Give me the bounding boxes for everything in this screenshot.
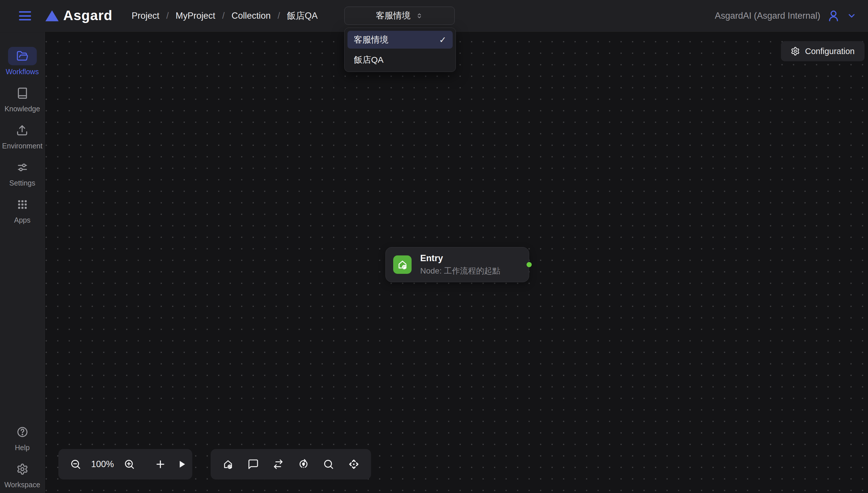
workflow-selector-value: 客服情境 xyxy=(376,10,410,22)
sidebar-item-knowledge[interactable]: Knowledge xyxy=(5,84,40,113)
sidebar-item-label: Workflows xyxy=(6,68,39,76)
upload-icon xyxy=(16,124,28,136)
breadcrumb-collection[interactable]: Collection xyxy=(232,10,271,21)
swap-connections-button[interactable] xyxy=(272,458,284,470)
chevron-down-icon[interactable] xyxy=(847,11,856,21)
swap-arrows-icon xyxy=(272,458,284,470)
sidebar-item-workspace[interactable]: Workspace xyxy=(4,460,40,489)
account-label: AsgardAI (Asgard Internal) xyxy=(715,10,820,21)
run-button[interactable] xyxy=(176,458,187,470)
entry-node-subtitle: Node: 工作流程的起點 xyxy=(420,265,500,276)
sidebar-item-label: Workspace xyxy=(4,480,40,489)
workflow-dropdown-menu: 客服情境 ✓ 飯店QA xyxy=(344,28,456,72)
gear-icon xyxy=(16,463,28,475)
sidebar-item-label: Environment xyxy=(2,142,42,150)
breadcrumb-myproject[interactable]: MyProject xyxy=(176,10,215,21)
book-icon xyxy=(16,87,28,99)
zoom-toolbar: 100% xyxy=(58,449,192,479)
account-area: AsgardAI (Asgard Internal) xyxy=(715,0,856,31)
comment-button[interactable] xyxy=(248,458,259,470)
dropdown-option-selected[interactable]: 客服情境 ✓ xyxy=(347,31,453,49)
configuration-button-label: Configuration xyxy=(805,47,855,56)
zoom-out-button[interactable] xyxy=(70,458,81,470)
breadcrumb-separator: / xyxy=(278,10,280,21)
breadcrumb-separator: / xyxy=(166,10,169,21)
workflow-selector-button[interactable]: 客服情境 xyxy=(344,7,455,25)
sidebar-item-workflows[interactable]: Workflows xyxy=(6,47,39,76)
breadcrumb-project[interactable]: Project xyxy=(132,10,159,21)
sidebar-item-label: Knowledge xyxy=(5,105,40,113)
app-root: Asgard Project / MyProject / Collection … xyxy=(0,0,868,493)
gear-icon xyxy=(791,47,800,56)
house-plus-icon xyxy=(222,458,234,470)
asgard-logo-triangle-icon xyxy=(45,10,59,21)
user-icon[interactable] xyxy=(827,9,840,23)
zoom-in-button[interactable] xyxy=(123,458,135,470)
actions-toolbar xyxy=(211,449,371,479)
search-icon xyxy=(323,458,334,470)
breadcrumb: Project / MyProject / Collection / 飯店QA xyxy=(132,0,318,31)
sidebar-item-apps[interactable]: Apps xyxy=(8,195,37,224)
breadcrumb-separator: / xyxy=(222,10,225,21)
fit-view-button[interactable] xyxy=(348,458,360,470)
top-bar: Asgard Project / MyProject / Collection … xyxy=(0,0,868,31)
dropdown-option-label: 飯店QA xyxy=(354,54,383,66)
entry-node[interactable]: Entry Node: 工作流程的起點 xyxy=(385,247,529,282)
workflow-canvas[interactable]: Configuration Entry Node: 工作流程的起點 100% xyxy=(45,32,868,493)
dropdown-option[interactable]: 飯店QA xyxy=(347,51,453,69)
sidebar-item-label: Help xyxy=(15,444,30,452)
add-entry-node-button[interactable] xyxy=(222,458,234,470)
check-icon: ✓ xyxy=(439,35,447,45)
optimize-button[interactable] xyxy=(298,458,309,470)
house-plus-icon xyxy=(397,259,408,271)
sidebar-item-settings[interactable]: Settings xyxy=(8,158,37,187)
sliders-icon xyxy=(16,162,28,173)
breadcrumb-current[interactable]: 飯店QA xyxy=(287,10,318,22)
sidebar-item-environment[interactable]: Environment xyxy=(2,121,42,150)
chat-bubble-icon xyxy=(248,458,259,470)
help-circle-icon xyxy=(16,426,28,438)
unfold-chevrons-icon xyxy=(416,12,423,20)
search-button[interactable] xyxy=(323,458,334,470)
zoom-out-icon xyxy=(70,458,81,470)
asgard-logo-text: Asgard xyxy=(63,7,112,23)
folder-open-icon xyxy=(16,50,28,62)
zoom-level-value: 100% xyxy=(91,459,114,469)
configuration-button[interactable]: Configuration xyxy=(781,41,865,61)
play-icon xyxy=(176,458,187,470)
zoom-in-icon xyxy=(123,458,135,470)
move-fit-icon xyxy=(348,458,360,470)
entry-node-icon-box xyxy=(393,255,412,274)
sidebar-item-label: Settings xyxy=(9,179,35,187)
sidebar-nav: Workflows Knowledge Environment Settings… xyxy=(0,32,45,493)
bulb-refresh-icon xyxy=(298,458,309,470)
add-button[interactable] xyxy=(155,458,166,470)
sidebar-item-label: Apps xyxy=(14,216,30,224)
entry-node-output-port[interactable] xyxy=(527,262,532,267)
entry-node-title: Entry xyxy=(420,253,500,263)
plus-icon xyxy=(155,458,166,470)
dropdown-option-label: 客服情境 xyxy=(354,34,388,46)
apps-grid-icon xyxy=(16,198,28,211)
menu-hamburger-icon[interactable] xyxy=(19,11,31,20)
sidebar-item-help[interactable]: Help xyxy=(8,423,37,452)
